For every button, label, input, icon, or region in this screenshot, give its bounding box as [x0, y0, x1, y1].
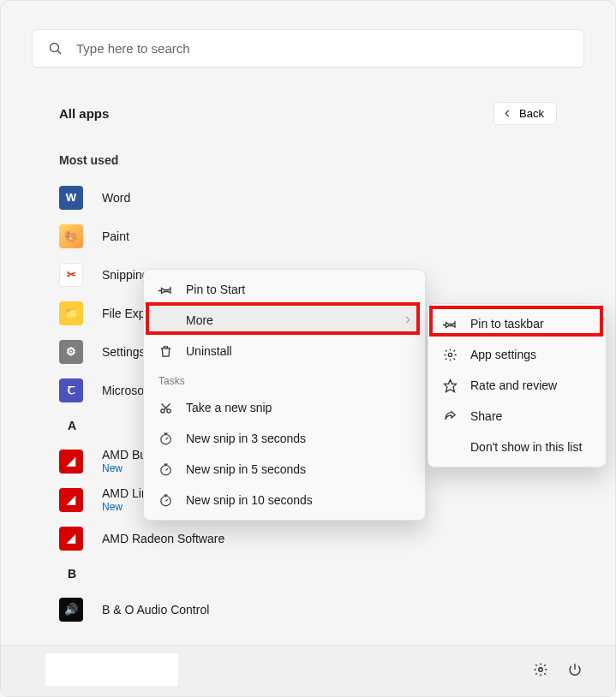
speaker-icon: 🔊: [59, 598, 83, 622]
paint-icon: 🎨: [59, 224, 83, 248]
ctx-pin-to-start[interactable]: Pin to Start: [148, 274, 421, 305]
back-button[interactable]: Back: [493, 102, 557, 125]
svg-marker-8: [444, 379, 456, 391]
ctx-rate-review[interactable]: Rate and review: [433, 370, 601, 401]
ctx-pin-to-taskbar[interactable]: Pin to taskbar: [433, 308, 601, 339]
pin-icon: [157, 283, 174, 297]
ctx-snip-5s[interactable]: New snip in 5 seconds: [148, 454, 421, 485]
chevron-right-icon: [403, 313, 412, 327]
svg-point-5: [160, 465, 170, 474]
back-label: Back: [519, 107, 544, 120]
teams-icon: Ꞇ: [59, 378, 83, 402]
svg-point-7: [448, 353, 452, 356]
amd-icon: ◢: [59, 450, 83, 474]
all-apps-header: All apps Back: [59, 102, 557, 125]
app-amd-radeon-software[interactable]: ◢ AMD Radeon Software: [59, 519, 557, 557]
svg-point-0: [50, 43, 58, 51]
gear-icon: ⚙: [59, 340, 83, 364]
chevron-left-icon: [503, 109, 512, 118]
app-bo-audio-control[interactable]: 🔊 B & O Audio Control: [59, 590, 557, 628]
ctx-snip-10s[interactable]: New snip in 10 seconds: [148, 485, 421, 515]
search-icon: [48, 41, 63, 56]
svg-point-9: [539, 668, 543, 672]
folder-icon: 📁: [59, 301, 83, 325]
pin-icon: [441, 317, 458, 331]
timer-10-icon: [157, 493, 174, 508]
app-word[interactable]: W Word: [59, 178, 557, 217]
svg-point-6: [160, 496, 170, 505]
gear-icon: [441, 348, 458, 362]
power-icon[interactable]: [567, 662, 583, 680]
all-apps-title: All apps: [59, 106, 109, 121]
star-icon: [441, 378, 458, 393]
start-menu-window: All apps Back Most used W Word 🎨 Paint ✂…: [0, 0, 616, 697]
trash-icon: [157, 344, 174, 359]
search-input[interactable]: [76, 41, 568, 56]
amd-icon: ◢: [59, 488, 83, 512]
word-icon: W: [59, 186, 83, 210]
snip-icon: [157, 401, 174, 415]
ctx-more[interactable]: More: [148, 305, 421, 336]
context-menu-more-submenu: Pin to taskbar App settings Rate and rev…: [428, 303, 607, 468]
most-used-label: Most used: [59, 153, 118, 167]
ctx-app-settings[interactable]: App settings: [433, 339, 601, 370]
timer-5-icon: [157, 462, 174, 477]
amd-icon: ◢: [59, 527, 83, 551]
share-icon: [441, 409, 458, 424]
timer-3-icon: [157, 432, 174, 446]
scissors-icon: ✂: [59, 263, 83, 287]
app-paint[interactable]: 🎨 Paint: [59, 217, 557, 255]
user-account-area[interactable]: [45, 653, 178, 686]
letter-header-b[interactable]: B: [59, 557, 557, 590]
search-box[interactable]: [32, 29, 584, 68]
ctx-dont-show[interactable]: Don't show in this list: [433, 432, 601, 462]
settings-icon[interactable]: [533, 662, 548, 680]
context-menu-primary: Pin to Start More Uninstall Tasks Take a…: [143, 269, 426, 521]
start-footer: [1, 645, 615, 696]
ctx-uninstall[interactable]: Uninstall: [148, 336, 421, 366]
ctx-snip-3s[interactable]: New snip in 3 seconds: [148, 423, 421, 454]
svg-line-1: [57, 51, 61, 54]
ctx-take-new-snip[interactable]: Take a new snip: [148, 392, 421, 423]
tasks-label: Tasks: [148, 366, 421, 392]
ctx-share[interactable]: Share: [433, 401, 601, 432]
